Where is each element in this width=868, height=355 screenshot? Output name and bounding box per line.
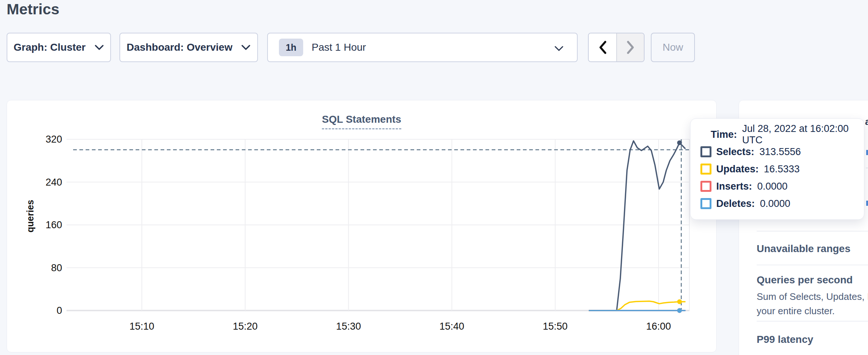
- dashboard-selector-dropdown[interactable]: Dashboard: Overview: [119, 33, 258, 62]
- time-range-badge: 1h: [279, 39, 303, 56]
- tooltip-time-value: Jul 28, 2022 at 16:02:00 UTC: [742, 123, 864, 146]
- clipped-fragment: [866, 150, 868, 155]
- tooltip-deletes-row: Deletes: 0.0000: [700, 198, 864, 209]
- x-tick-label: 15:20: [233, 321, 258, 332]
- selects-swatch-icon: [700, 146, 711, 157]
- sidebar-description-line: Sum of Selects, Updates, Inser: [757, 291, 868, 302]
- hover-dot-updates: [677, 299, 682, 304]
- dashboard-selector-label: Dashboard: Overview: [127, 42, 233, 53]
- tooltip-selects-row: Selects: 313.5556: [700, 147, 864, 157]
- x-tick-label: 15:10: [129, 321, 154, 332]
- tooltip-time-row: Time: Jul 28, 2022 at 16:02:00 UTC: [711, 129, 864, 140]
- chevron-down-icon: [241, 44, 251, 50]
- series-updates-line: [589, 301, 685, 311]
- next-timespan-button[interactable]: [616, 33, 644, 61]
- divider: [757, 231, 868, 232]
- chart-hover-tooltip: Time: Jul 28, 2022 at 16:02:00 UTC Selec…: [690, 118, 864, 220]
- tooltip-series-label: Inserts:: [716, 181, 752, 192]
- x-tick-label: 15:30: [336, 321, 361, 332]
- y-tick-label: 80: [51, 262, 62, 273]
- hover-dot-selects: [677, 140, 682, 145]
- clipped-fragment: [866, 201, 868, 206]
- chevron-down-icon: [94, 44, 104, 50]
- updates-swatch-icon: [700, 164, 711, 175]
- divider: [757, 321, 868, 322]
- sql-statements-chart-card: SQL Statements 08016024032015:1015:2015:…: [7, 100, 717, 352]
- clipped-text: a: [865, 116, 868, 126]
- page-title: Metrics: [7, 1, 60, 18]
- y-axis-label: queries: [25, 200, 35, 233]
- x-tick-label: 15:40: [440, 321, 465, 332]
- chevron-down-icon: [554, 46, 564, 51]
- x-tick-label: 15:50: [543, 321, 568, 332]
- y-tick-label: 160: [46, 219, 62, 230]
- time-nav-arrows: [588, 33, 645, 62]
- tooltip-series-value: 313.5556: [760, 146, 801, 158]
- sql-statements-chart[interactable]: 08016024032015:1015:2015:3015:4015:5016:…: [7, 100, 716, 352]
- y-tick-label: 240: [46, 177, 62, 188]
- series-selects-line: [589, 141, 685, 311]
- graph-selector-dropdown[interactable]: Graph: Cluster: [7, 33, 111, 62]
- hover-dot-deletes: [677, 308, 682, 313]
- tooltip-series-value: 0.0000: [760, 198, 790, 209]
- now-button-label: Now: [663, 42, 683, 53]
- clipped-fragment: [866, 168, 868, 168]
- time-range-label: Past 1 Hour: [312, 42, 366, 53]
- tooltip-updates-row: Updates: 16.5333: [700, 164, 864, 174]
- sidebar-heading-p99-latency: P99 latency: [757, 334, 813, 345]
- tooltip-series-label: Updates:: [716, 164, 759, 175]
- clipped-fragment: a: [865, 116, 868, 126]
- tooltip-inserts-row: Inserts: 0.0000: [700, 181, 864, 191]
- graph-selector-label: Graph: Cluster: [14, 42, 86, 53]
- sidebar-heading-unavailable-ranges: Unavailable ranges: [757, 243, 850, 255]
- tooltip-time-label: Time:: [711, 129, 737, 140]
- x-tick-label: 16:00: [646, 321, 671, 332]
- y-tick-label: 320: [46, 134, 62, 145]
- metrics-page: Metrics Graph: Cluster Dashboard: Overvi…: [0, 0, 868, 355]
- chevron-left-icon: [598, 40, 607, 54]
- sidebar-heading-queries-per-second: Queries per second: [757, 274, 853, 286]
- prev-timespan-button[interactable]: [589, 33, 616, 61]
- now-button[interactable]: Now: [651, 33, 695, 62]
- divider: [757, 265, 868, 265]
- time-range-selector[interactable]: 1h Past 1 Hour: [267, 33, 578, 62]
- tooltip-series-value: 0.0000: [757, 181, 788, 192]
- chevron-right-icon: [626, 40, 635, 54]
- sidebar-description-line: your entire cluster.: [757, 305, 835, 317]
- y-tick-label: 0: [57, 305, 62, 316]
- tooltip-series-label: Selects:: [716, 146, 754, 158]
- deletes-swatch-icon: [700, 198, 711, 209]
- tooltip-series-label: Deletes:: [716, 198, 755, 209]
- tooltip-series-value: 16.5333: [764, 164, 800, 175]
- inserts-swatch-icon: [700, 181, 711, 192]
